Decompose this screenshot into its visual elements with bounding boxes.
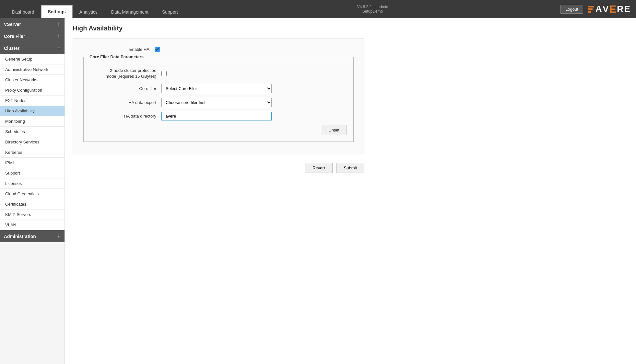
sidebar-item-proxy-configuration[interactable]: Proxy Configuration <box>0 85 65 96</box>
cluster-collapse-icon: − <box>57 45 61 51</box>
sidebar-item-vlan[interactable]: VLAN <box>0 220 65 230</box>
sidebar-item-kerberos[interactable]: Kerberos <box>0 147 65 158</box>
sidebar-section-administration-label: Administration <box>4 234 36 239</box>
sidebar-section-vserver[interactable]: VServer + <box>0 18 65 30</box>
logo-bar-1 <box>588 6 594 7</box>
logo-bars-icon <box>588 6 594 13</box>
sidebar-item-cluster-networks[interactable]: Cluster Networks <box>0 75 65 85</box>
sidebar-item-administrative-network[interactable]: Administrative Network <box>0 64 65 75</box>
sidebar-item-cloud-credentials[interactable]: Cloud Credentials <box>0 189 65 199</box>
sidebar-section-core-filer[interactable]: Core Filer + <box>0 30 65 42</box>
logo-r: R <box>617 4 624 14</box>
enable-ha-checkbox[interactable] <box>155 47 160 52</box>
sidebar: VServer + Core Filer + Cluster − General… <box>0 18 65 364</box>
tab-analytics[interactable]: Analytics <box>73 5 104 18</box>
two-node-checkbox[interactable] <box>161 71 167 76</box>
sidebar-section-administration[interactable]: Administration + <box>0 230 65 242</box>
sidebar-item-ipmi[interactable]: IPMI <box>0 158 65 168</box>
unset-row: Unset <box>90 125 347 135</box>
avere-logo: A V E R E <box>588 3 631 15</box>
topbar: Dashboard Settings Analytics Data Manage… <box>0 0 636 18</box>
logo-a: A <box>595 4 603 14</box>
page-title: High Availability <box>73 25 628 32</box>
revert-button[interactable]: Revert <box>305 163 332 173</box>
sidebar-section-cluster-label: Cluster <box>4 46 19 51</box>
core-filer-data-params-fieldset: Core Filer Data Parameters 2-node cluste… <box>83 57 354 142</box>
logo-e2: E <box>624 4 631 14</box>
tab-support[interactable]: Support <box>155 5 185 18</box>
enable-ha-row: Enable HA <box>83 47 354 52</box>
sidebar-item-general-setup[interactable]: General Setup <box>0 54 65 64</box>
enable-ha-label: Enable HA <box>83 47 155 52</box>
vserver-expand-icon: + <box>57 21 61 28</box>
fieldset-inner: 2-node cluster protectionmode (requires … <box>90 63 347 135</box>
sidebar-item-schedules[interactable]: Schedules <box>0 127 65 137</box>
sidebar-item-kmip-servers[interactable]: KMIP Servers <box>0 210 65 220</box>
nav-tabs: Dashboard Settings Analytics Data Manage… <box>5 0 185 18</box>
sidebar-item-directory-services[interactable]: Directory Services <box>0 137 65 147</box>
tab-settings[interactable]: Settings <box>41 5 73 18</box>
logout-button[interactable]: Logout <box>560 5 583 14</box>
ha-form-card: Enable HA Core Filer Data Parameters 2-n… <box>73 39 364 155</box>
sidebar-item-monitoring[interactable]: Monitoring <box>0 116 65 127</box>
tab-data-management[interactable]: Data Management <box>104 5 155 18</box>
tab-dashboard[interactable]: Dashboard <box>5 5 41 18</box>
ha-data-directory-input[interactable] <box>161 112 272 120</box>
sidebar-item-certificates[interactable]: Certificates <box>0 199 65 210</box>
main-layout: VServer + Core Filer + Cluster − General… <box>0 18 636 364</box>
sidebar-item-high-availability[interactable]: High Availability <box>0 106 65 116</box>
core-filer-label: Core filer <box>90 86 161 91</box>
ha-data-export-select[interactable]: Choose core filer first <box>161 98 272 107</box>
unset-button[interactable]: Unset <box>321 125 347 135</box>
sidebar-item-support[interactable]: Support <box>0 168 65 178</box>
core-filer-expand-icon: + <box>57 33 61 40</box>
sidebar-section-vserver-label: VServer <box>4 22 21 27</box>
two-node-row: 2-node cluster protectionmode (requires … <box>90 68 347 79</box>
logo-v: V <box>603 4 609 14</box>
sidebar-item-licenses[interactable]: Licenses <box>0 178 65 189</box>
ha-data-directory-label: HA data directory <box>90 114 161 119</box>
logo-bar-3 <box>588 11 591 13</box>
sidebar-item-fxt-nodes[interactable]: FXT Nodes <box>0 96 65 106</box>
logo-e1: E <box>609 3 617 15</box>
sidebar-section-cluster[interactable]: Cluster − <box>0 42 65 54</box>
ha-data-directory-row: HA data directory <box>90 112 347 120</box>
logo-bar-2 <box>588 8 593 10</box>
submit-button[interactable]: Submit <box>336 163 364 173</box>
version-info: V4.8.2.2 --- admin SetupDemo <box>185 5 560 14</box>
ha-data-export-label: HA data export <box>90 100 161 105</box>
topbar-right: Logout A V E R E <box>560 3 631 15</box>
sidebar-section-core-filer-label: Core Filer <box>4 34 25 39</box>
form-actions: Revert Submit <box>73 163 364 173</box>
fieldset-legend: Core Filer Data Parameters <box>88 54 146 59</box>
ha-data-export-row: HA data export Choose core filer first <box>90 98 347 107</box>
two-node-label: 2-node cluster protectionmode (requires … <box>90 68 161 79</box>
cluster-items: General SetupAdministrative NetworkClust… <box>0 54 65 230</box>
content-area: High Availability Enable HA Core Filer D… <box>65 18 636 364</box>
core-filer-select[interactable]: Select Core Filer <box>161 84 272 93</box>
administration-expand-icon: + <box>57 233 61 240</box>
core-filer-row: Core filer Select Core Filer <box>90 84 347 93</box>
